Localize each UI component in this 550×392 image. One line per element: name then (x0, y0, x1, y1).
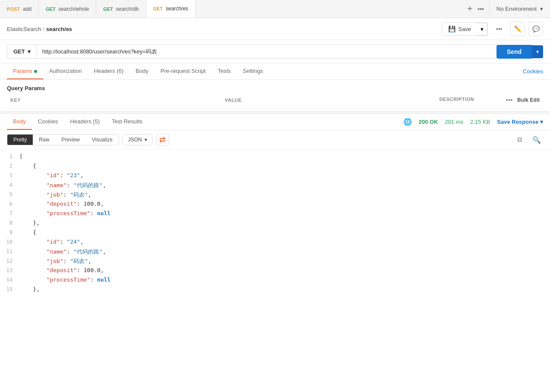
tab-body[interactable]: Body (129, 63, 154, 79)
json-format-label: JSON (128, 137, 142, 143)
add-tab-button[interactable]: + (465, 4, 474, 14)
bulk-edit-button[interactable]: Bulk Edit (517, 97, 540, 103)
tab-settings[interactable]: Settings (237, 63, 269, 79)
res-tab-headers-label: Headers (5) (70, 118, 100, 125)
copy-icon: ⧉ (517, 136, 522, 144)
code-line-14: 14 "processTime": null (0, 276, 550, 286)
header-actions: 💾 Save ▾ ••• ✏️ 💬 (442, 22, 543, 36)
comment-button[interactable]: 💬 (528, 22, 543, 36)
tab-label-add: add (23, 6, 31, 12)
format-tab-pretty[interactable]: Pretty (7, 135, 33, 145)
param-value-cell[interactable] (221, 106, 436, 110)
response-status: 🌐 200 OK 201 ms 2.15 KB Save Response ▾ (403, 118, 543, 126)
code-line-10: 10 "id": "24", (0, 238, 550, 248)
globe-icon: 🌐 (403, 118, 412, 126)
tab-tests[interactable]: Tests (212, 63, 237, 79)
method-select[interactable]: GET ▾ (7, 44, 37, 59)
params-more-button[interactable]: ••• (506, 97, 513, 103)
res-tab-headers[interactable]: Headers (5) (64, 114, 106, 130)
param-key-cell[interactable] (7, 106, 221, 110)
environment-selector[interactable]: No Environment ▾ (490, 0, 550, 18)
format-tabs: Pretty Raw Preview Visualize (7, 134, 119, 145)
search-button[interactable]: 🔍 (530, 134, 543, 146)
edit-button[interactable]: ✏️ (510, 22, 525, 36)
tab-params[interactable]: Params (7, 63, 43, 79)
send-dropdown-button[interactable]: ▾ (532, 45, 543, 58)
breadcrumb-separator: / (43, 26, 44, 32)
format-tab-visualize[interactable]: Visualize (86, 135, 119, 145)
tab-method-get3: GET (153, 6, 163, 11)
save-response-button[interactable]: Save Response ▾ (497, 119, 543, 125)
tab-method-get1: GET (46, 6, 56, 12)
save-button[interactable]: 💾 Save (442, 23, 477, 35)
tab-params-label: Params (13, 68, 32, 74)
code-line-4: 4 "name": "代码的路", (0, 182, 550, 191)
format-tab-preview[interactable]: Preview (55, 135, 86, 145)
params-table: KEY VALUE DESCRIPTION ••• Bulk Edit (7, 95, 543, 110)
tab-pre-request-label: Pre-request Script (160, 68, 206, 74)
copy-button[interactable]: ⧉ (513, 134, 526, 146)
more-icon: ••• (496, 26, 502, 32)
tab-label-search-es: search/es (166, 6, 188, 12)
send-button[interactable]: Send (497, 45, 532, 59)
tab-headers[interactable]: Headers (6) (88, 63, 130, 79)
tab-actions: + ••• (460, 0, 489, 18)
breadcrumb-parent: ElasticSearch (7, 26, 41, 32)
tab-body-label: Body (135, 68, 148, 74)
status-code: 200 OK (419, 119, 438, 125)
cookies-link[interactable]: Cookies (523, 68, 543, 75)
format-actions: ⧉ 🔍 (513, 134, 543, 146)
header-bar: ElasticSearch / search/es 💾 Save ▾ ••• ✏… (0, 18, 550, 40)
res-tab-test-results-label: Test Results (112, 118, 142, 125)
save-icon: 💾 (448, 25, 456, 32)
wrap-button[interactable]: ⇄ (156, 134, 169, 146)
query-params-section: Query Params KEY VALUE DESCRIPTION ••• B… (0, 80, 550, 111)
url-bar: GET ▾ Send ▾ (0, 40, 550, 63)
code-line-11: 11 "name": "代码的路", (0, 248, 550, 257)
param-desc-cell[interactable] (436, 106, 543, 110)
tab-get-search-db[interactable]: GET search/db (96, 0, 146, 18)
method-label: GET (13, 48, 25, 55)
code-viewer: 1 [ 2 { 3 "id": "23", 4 "name": "代码的路", … (0, 150, 550, 332)
json-format-select[interactable]: JSON ▾ (123, 134, 153, 145)
code-line-15: 15 }, (0, 286, 550, 295)
tab-headers-label: Headers (6) (94, 68, 124, 74)
code-line-3: 3 "id": "23", (0, 172, 550, 182)
tab-bar: POST add GET search/whole GET search/db … (0, 0, 550, 18)
more-options-button[interactable]: ••• (491, 23, 507, 35)
request-tabs: Params Authorization Headers (6) Body Pr… (0, 63, 550, 80)
json-select-chevron-icon: ▾ (145, 137, 147, 143)
edit-icon: ✏️ (514, 25, 522, 32)
code-line-8: 8 }, (0, 220, 550, 229)
save-response-chevron-icon: ▾ (540, 119, 543, 125)
res-tab-test-results[interactable]: Test Results (106, 114, 148, 130)
response-tabs: Body Cookies Headers (5) Test Results 🌐 … (0, 114, 550, 130)
format-bar: Pretty Raw Preview Visualize JSON ▾ ⇄ ⧉ … (0, 130, 550, 150)
tab-more-button[interactable]: ••• (478, 6, 484, 13)
tab-get-search-es[interactable]: GET search/es (146, 0, 196, 18)
col-description: DESCRIPTION ••• Bulk Edit (436, 95, 543, 106)
tab-get-search-whole[interactable]: GET search/whole (39, 0, 96, 18)
res-tab-cookies[interactable]: Cookies (32, 114, 64, 130)
params-dot (34, 70, 37, 73)
query-params-title: Query Params (7, 85, 543, 91)
save-label: Save (458, 26, 471, 32)
code-line-6: 6 "deposit": 100.0, (0, 201, 550, 210)
tab-tests-label: Tests (218, 68, 231, 74)
res-tab-cookies-label: Cookies (38, 118, 58, 125)
tab-pre-request[interactable]: Pre-request Script (154, 63, 212, 79)
format-tab-raw[interactable]: Raw (33, 135, 55, 145)
tab-settings-label: Settings (243, 68, 263, 74)
code-line-5: 5 "job": "码农", (0, 191, 550, 201)
breadcrumb: ElasticSearch / search/es (7, 26, 72, 32)
send-chevron-icon: ▾ (536, 49, 539, 55)
tab-post-add[interactable]: POST add (0, 0, 39, 18)
url-input[interactable] (37, 44, 497, 59)
search-icon: 🔍 (532, 136, 541, 144)
res-tab-body-label: Body (13, 118, 26, 125)
breadcrumb-current: search/es (46, 26, 72, 32)
code-line-1: 1 [ (0, 153, 550, 163)
tab-authorization[interactable]: Authorization (43, 63, 88, 79)
res-tab-body[interactable]: Body (7, 114, 32, 130)
save-dropdown-button[interactable]: ▾ (477, 23, 487, 35)
